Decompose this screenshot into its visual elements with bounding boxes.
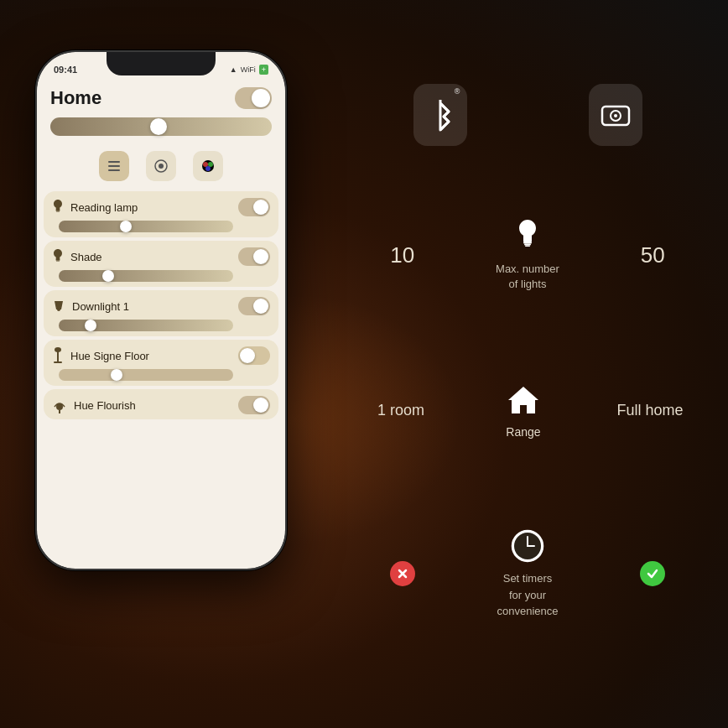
bridge-timer-dot bbox=[640, 561, 665, 586]
bulb-icon bbox=[52, 199, 64, 216]
svg-rect-10 bbox=[56, 211, 60, 212]
max-lights-row: 10 Max. numberof lights 50 bbox=[348, 218, 707, 292]
bridge-range-label: Full home bbox=[616, 402, 683, 419]
bluetooth-icon-wrap: ® bbox=[413, 84, 467, 146]
bt-range-label: 1 room bbox=[377, 402, 424, 419]
status-time: 09:41 bbox=[54, 65, 77, 75]
bluetooth-badge: ® bbox=[413, 84, 467, 146]
timers-row: Set timersfor yourconvenience bbox=[348, 528, 707, 620]
svg-point-22 bbox=[614, 114, 617, 117]
svg-point-14 bbox=[57, 308, 60, 311]
bridge-lights-value: 50 bbox=[623, 242, 682, 268]
bridge-range-value: Full home bbox=[616, 402, 684, 419]
bridge-icon-wrap bbox=[589, 84, 642, 146]
svg-rect-12 bbox=[56, 261, 60, 262]
light-name: Hue Signe Floor bbox=[70, 350, 149, 362]
slider-thumb bbox=[111, 369, 122, 381]
bulb-icon bbox=[52, 248, 64, 265]
top-icons-row: ® bbox=[352, 84, 703, 146]
phone-notch bbox=[107, 52, 216, 75]
light-slider[interactable] bbox=[59, 270, 233, 282]
svg-rect-1 bbox=[108, 165, 120, 167]
clock-icon bbox=[510, 528, 545, 564]
list-icon bbox=[107, 159, 122, 174]
max-lights-label: Max. numberof lights bbox=[496, 262, 559, 292]
app-title: Home bbox=[50, 87, 101, 109]
bluetooth-icon bbox=[425, 96, 455, 133]
slider-thumb bbox=[102, 270, 114, 282]
signal-icon: ▲ bbox=[230, 65, 237, 74]
wifi-icon: WiFi bbox=[241, 65, 256, 74]
light-name: Reading lamp bbox=[70, 201, 138, 214]
range-label: Range bbox=[506, 425, 540, 439]
bt-timer-status bbox=[373, 561, 432, 586]
list-item: Shade bbox=[44, 241, 278, 287]
bt-timer-dot bbox=[390, 561, 415, 586]
light-toggle[interactable] bbox=[238, 198, 270, 216]
status-icons: ▲ WiFi + bbox=[230, 65, 268, 75]
scenes-icon bbox=[153, 159, 169, 174]
phone-mockup: 09:41 ▲ WiFi + Home bbox=[35, 50, 304, 679]
svg-rect-11 bbox=[56, 259, 60, 261]
floor-lamp-icon bbox=[52, 346, 64, 365]
svg-rect-25 bbox=[525, 246, 530, 247]
svg-rect-19 bbox=[59, 410, 60, 413]
light-toggle[interactable] bbox=[238, 247, 270, 266]
light-list: Reading lamp bbox=[37, 188, 285, 423]
svg-rect-9 bbox=[56, 210, 60, 211]
svg-point-8 bbox=[205, 166, 211, 171]
battery-icon: + bbox=[259, 65, 268, 75]
check-icon bbox=[647, 568, 658, 580]
bridge-lights-count: 50 bbox=[641, 242, 665, 268]
tab-bar bbox=[37, 144, 285, 188]
range-center: Range bbox=[477, 382, 569, 439]
list-item: Downlight 1 bbox=[44, 290, 278, 336]
svg-point-6 bbox=[203, 162, 208, 167]
flourish-icon bbox=[52, 397, 67, 413]
bt-range-value: 1 room bbox=[372, 402, 430, 419]
light-name: Downlight 1 bbox=[72, 300, 129, 313]
home-toggle-knob bbox=[252, 89, 270, 107]
light-toggle[interactable] bbox=[238, 297, 270, 315]
max-lights-center: Max. numberof lights bbox=[481, 218, 574, 292]
app-header: Home bbox=[37, 82, 285, 116]
list-item: Hue Signe Floor bbox=[44, 340, 278, 386]
tab-list[interactable] bbox=[99, 151, 129, 181]
light-slider[interactable] bbox=[59, 320, 233, 331]
svg-marker-26 bbox=[508, 387, 538, 413]
list-item: Reading lamp bbox=[44, 191, 278, 237]
tab-colors[interactable] bbox=[193, 151, 223, 181]
slider-thumb bbox=[120, 221, 132, 232]
svg-rect-0 bbox=[108, 161, 120, 163]
bridge-icon bbox=[599, 98, 632, 132]
bridge-timer-status bbox=[623, 561, 682, 586]
light-toggle[interactable] bbox=[238, 396, 270, 414]
svg-rect-2 bbox=[108, 169, 120, 171]
brightness-slider[interactable] bbox=[50, 117, 272, 136]
brightness-thumb bbox=[150, 118, 167, 135]
timer-center: Set timersfor yourconvenience bbox=[481, 528, 574, 620]
svg-point-7 bbox=[208, 162, 213, 167]
light-slider[interactable] bbox=[59, 369, 233, 381]
bt-lights-count: 10 bbox=[390, 242, 414, 268]
light-name: Shade bbox=[70, 251, 102, 263]
bluetooth-lights-value: 10 bbox=[373, 242, 432, 268]
light-name: Hue Flourish bbox=[74, 399, 136, 412]
x-icon bbox=[397, 568, 408, 580]
color-icon bbox=[200, 159, 216, 174]
svg-rect-24 bbox=[524, 244, 531, 246]
range-row: 1 room Range Full home bbox=[348, 382, 707, 439]
house-icon bbox=[505, 382, 542, 419]
light-toggle[interactable] bbox=[238, 346, 270, 365]
light-slider[interactable] bbox=[59, 221, 233, 232]
slider-thumb bbox=[85, 320, 96, 331]
downlight-icon bbox=[52, 298, 65, 315]
home-toggle[interactable] bbox=[235, 87, 272, 109]
svg-rect-16 bbox=[54, 361, 62, 363]
brightness-slider-wrap bbox=[37, 116, 285, 144]
tab-scenes[interactable] bbox=[146, 151, 176, 181]
svg-point-4 bbox=[159, 164, 164, 169]
svg-point-17 bbox=[55, 347, 61, 352]
svg-rect-23 bbox=[523, 242, 532, 244]
list-item: Hue Flourish bbox=[44, 389, 278, 419]
